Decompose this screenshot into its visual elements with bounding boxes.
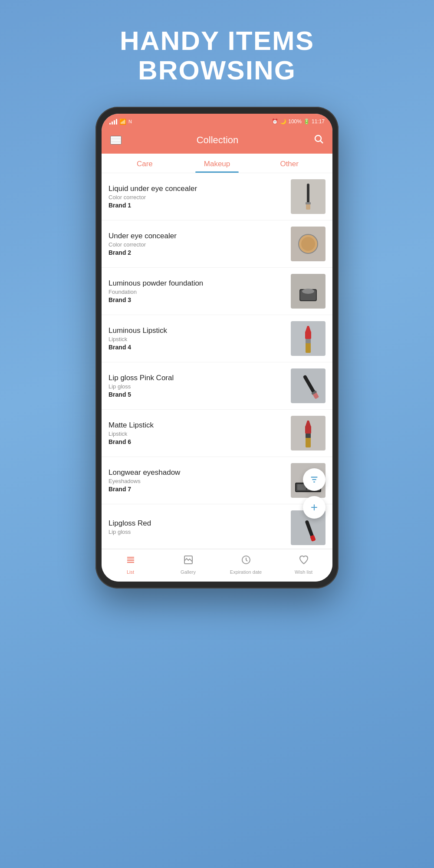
item-thumbnail (291, 179, 326, 214)
search-button[interactable] (313, 134, 324, 147)
category-tabs: Care Makeup Other (102, 154, 332, 173)
item-info: Under eye concealer Color corrector Bran… (108, 232, 286, 256)
svg-line-1 (320, 141, 323, 144)
svg-point-9 (302, 289, 314, 294)
item-thumbnail (291, 368, 326, 403)
plus-icon: + (311, 501, 318, 513)
item-category: Lip gloss (108, 383, 286, 390)
tab-makeup[interactable]: Makeup (181, 154, 253, 173)
nav-expiration[interactable]: Expiration date (217, 553, 275, 576)
battery-icon: 🔋 (303, 118, 310, 125)
item-title: Longwear eyeshadow (108, 468, 286, 477)
phone-frame: 📶 N ⏰ 🌙 100% 🔋 11:17 Collection (95, 107, 339, 589)
nav-gallery[interactable]: Gallery (159, 553, 217, 576)
item-title: Matte Lipstick (108, 421, 286, 430)
list-item[interactable]: Liquid under eye concealer Color correct… (102, 173, 332, 220)
list-item[interactable]: Matte Lipstick Lipstick Brand 6 (102, 410, 332, 457)
add-item-fab-button[interactable]: + (303, 496, 326, 519)
item-title: Lipgloss Red (108, 519, 286, 528)
svg-rect-4 (306, 202, 311, 204)
item-title: Luminous Lipstick (108, 326, 286, 335)
item-brand: Brand 7 (108, 486, 286, 493)
item-category: Foundation (108, 289, 286, 295)
svg-point-0 (315, 135, 321, 141)
item-category: Eyeshadows (108, 478, 286, 484)
alarm-icon: ⏰ (272, 118, 278, 125)
top-app-bar: Collection (102, 129, 332, 154)
item-title: Under eye concealer (108, 232, 286, 240)
list-item[interactable]: Longwear eyeshadow Eyeshadows Brand 7 (102, 457, 332, 504)
list-item[interactable]: Luminous Lipstick Lipstick Brand 4 (102, 315, 332, 362)
svg-rect-17 (306, 437, 311, 447)
item-info: Lip gloss Pink Coral Lip gloss Brand 5 (108, 374, 286, 398)
moon-icon: 🌙 (280, 118, 286, 125)
item-info: Luminous Lipstick Lipstick Brand 4 (108, 326, 286, 351)
svg-marker-20 (306, 421, 311, 426)
fab-container: + (303, 468, 326, 519)
item-title: Liquid under eye concealer (108, 184, 286, 193)
item-info: Luminous powder foundation Foundation Br… (108, 279, 286, 303)
filter-fab-button[interactable] (303, 468, 326, 491)
svg-marker-13 (306, 326, 311, 331)
item-brand: Brand 5 (108, 391, 286, 398)
list-item[interactable]: Lipgloss Red Lip gloss (102, 504, 332, 549)
wishlist-nav-icon (299, 555, 309, 568)
nav-wishlist[interactable]: Wish list (275, 553, 332, 576)
nav-list-label: List (127, 569, 134, 575)
wifi-icon: 📶 (119, 118, 126, 125)
app-title: Collection (197, 135, 239, 146)
status-bar: 📶 N ⏰ 🌙 100% 🔋 11:17 (102, 114, 332, 129)
svg-rect-19 (305, 426, 311, 434)
status-left: 📶 N (109, 118, 132, 125)
item-category: Color corrector (108, 194, 286, 201)
gallery-nav-icon (183, 555, 194, 568)
nav-wishlist-label: Wish list (295, 569, 312, 575)
battery-percent: 100% (288, 118, 302, 125)
list-item[interactable]: Lip gloss Pink Coral Lip gloss Brand 5 (102, 362, 332, 410)
expiration-nav-icon (241, 555, 251, 568)
item-info: Matte Lipstick Lipstick Brand 6 (108, 421, 286, 445)
menu-button[interactable] (110, 136, 122, 145)
list-nav-icon (125, 555, 136, 568)
item-category: Lipstick (108, 431, 286, 437)
hero-section: HANDY ITEMS BROWSING (120, 0, 314, 107)
status-right: ⏰ 🌙 100% 🔋 11:17 (272, 118, 325, 125)
svg-rect-10 (306, 342, 311, 353)
item-brand: Brand 3 (108, 296, 286, 303)
item-category: Lipstick (108, 336, 286, 342)
nav-expiration-label: Expiration date (230, 569, 262, 575)
bottom-navigation: List Gallery Expiration (102, 549, 332, 582)
signal-bars-icon (109, 118, 117, 125)
list-item[interactable]: Luminous powder foundation Foundation Br… (102, 268, 332, 315)
item-info: Longwear eyeshadow Eyeshadows Brand 7 (108, 468, 286, 493)
tab-other[interactable]: Other (253, 154, 326, 173)
item-thumbnail (291, 274, 326, 309)
item-brand: Brand 1 (108, 202, 286, 209)
clock: 11:17 (312, 118, 325, 125)
item-title: Lip gloss Pink Coral (108, 374, 286, 382)
svg-rect-12 (305, 331, 311, 339)
item-brand: Brand 4 (108, 344, 286, 351)
screen-content: Liquid under eye concealer Color correct… (102, 173, 332, 549)
nav-list[interactable]: List (102, 553, 159, 576)
nav-gallery-label: Gallery (181, 569, 196, 575)
phone-inner: 📶 N ⏰ 🌙 100% 🔋 11:17 Collection (102, 114, 332, 582)
item-info: Lipgloss Red Lip gloss (108, 519, 286, 536)
item-category: Color corrector (108, 241, 286, 248)
item-category: Lip gloss (108, 529, 286, 535)
list-item[interactable]: Under eye concealer Color corrector Bran… (102, 220, 332, 268)
item-title: Luminous powder foundation (108, 279, 286, 288)
item-thumbnail (291, 321, 326, 356)
item-thumbnail (291, 227, 326, 261)
tab-care[interactable]: Care (108, 154, 181, 173)
svg-point-6 (301, 237, 315, 251)
item-thumbnail (291, 416, 326, 450)
item-brand: Brand 2 (108, 249, 286, 256)
hero-title: HANDY ITEMS BROWSING (120, 26, 314, 85)
item-brand: Brand 6 (108, 438, 286, 445)
nfc-icon: N (128, 119, 132, 124)
item-info: Liquid under eye concealer Color correct… (108, 184, 286, 209)
items-list: Liquid under eye concealer Color correct… (102, 173, 332, 549)
